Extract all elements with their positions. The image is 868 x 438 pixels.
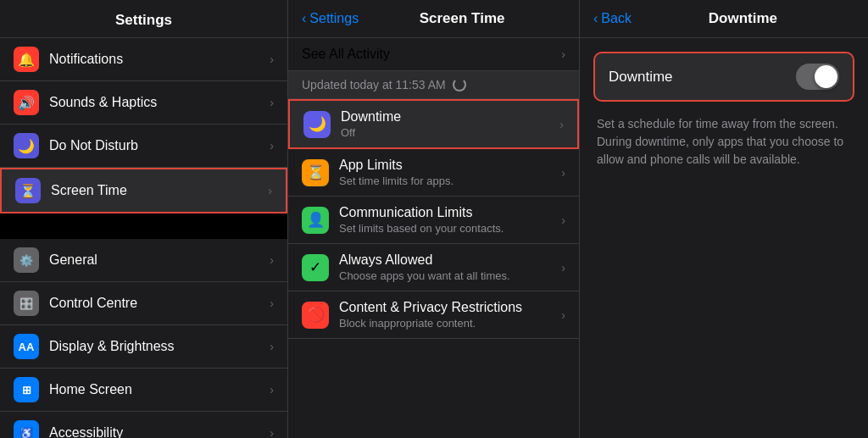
displaybrightness-chevron-icon: › — [270, 340, 274, 353]
controlcentre-icon: 🎛️ — [14, 291, 39, 316]
communicationlimits-chevron-icon: › — [561, 213, 565, 227]
communicationlimits-subtitle: Set limits based on your contacts. — [339, 222, 561, 235]
downtime-toggle-row: Downtime — [593, 52, 854, 102]
applimits-title: App Limits — [339, 158, 561, 173]
alwaysallowed-icon: ✓ — [302, 254, 329, 281]
communicationlimits-content: Communication Limits Set limits based on… — [339, 205, 561, 235]
notifications-icon: 🔔 — [14, 47, 39, 72]
screentime-panel: ‹ Settings Screen Time See All Activity … — [288, 0, 580, 438]
alwaysallowed-title: Always Allowed — [339, 252, 561, 268]
screentime-chevron-icon: › — [268, 184, 272, 197]
sounds-label: Sounds & Haptics — [49, 95, 270, 110]
displaybrightness-label: Display & Brightness — [49, 339, 270, 354]
settings-item-displaybrightness[interactable]: AA Display & Brightness › — [0, 325, 287, 369]
settings-item-general[interactable]: ⚙️ General › — [0, 239, 287, 282]
screentime-items-list: 🌙 Downtime Off › ⏳ App Limits Set time l… — [288, 99, 579, 339]
chevron-left-icon: ‹ — [593, 11, 598, 26]
settings-item-screentime[interactable]: ⏳ Screen Time › — [0, 168, 287, 213]
contentprivacy-title: Content & Privacy Restrictions — [339, 300, 561, 315]
st-item-contentprivacy[interactable]: 🚫 Content & Privacy Restrictions Block i… — [288, 291, 579, 339]
applimits-chevron-icon: › — [561, 166, 565, 180]
screentime-icon: ⏳ — [15, 178, 41, 203]
see-all-activity-row[interactable]: See All Activity › — [288, 38, 579, 71]
settings-divider — [0, 213, 287, 239]
settings-item-homescreen[interactable]: ⊞ Home Screen › — [0, 369, 287, 412]
settings-item-donotdisturb[interactable]: 🌙 Do Not Disturb › — [0, 125, 287, 168]
general-chevron-icon: › — [270, 253, 274, 267]
settings-item-sounds[interactable]: 🔊 Sounds & Haptics › — [0, 81, 287, 125]
contentprivacy-subtitle: Block inappropriate content. — [339, 317, 561, 330]
downtime-content: Downtime Off — [341, 109, 559, 139]
chevron-left-icon: ‹ — [302, 11, 306, 26]
homescreen-label: Home Screen — [49, 382, 270, 397]
st-item-communicationlimits[interactable]: 👤 Communication Limits Set limits based … — [288, 197, 579, 244]
accessibility-icon: ♿ — [14, 420, 39, 438]
downtime-icon: 🌙 — [303, 111, 331, 138]
general-label: General — [49, 252, 270, 268]
contentprivacy-icon: 🚫 — [302, 302, 329, 329]
downtime-content: Downtime Set a schedule for time away fr… — [580, 38, 868, 182]
screentime-title: Screen Time — [359, 10, 565, 27]
donotdisturb-chevron-icon: › — [270, 139, 274, 152]
downtime-subtitle: Off — [341, 126, 559, 139]
screentime-header: ‹ Settings Screen Time — [288, 0, 579, 38]
st-item-applimits[interactable]: ⏳ App Limits Set time limits for apps. › — [288, 149, 579, 197]
screentime-back-label: Settings — [309, 11, 359, 26]
displaybrightness-icon: AA — [14, 334, 39, 359]
updated-bar: Updated today at 11:53 AM — [288, 71, 579, 99]
downtime-back-button[interactable]: ‹ Back — [593, 11, 632, 26]
downtime-chevron-icon: › — [559, 118, 564, 131]
see-all-chevron-icon: › — [561, 47, 565, 61]
donotdisturb-icon: 🌙 — [14, 133, 39, 158]
downtime-toggle-label: Downtime — [609, 69, 673, 86]
downtime-title: Downtime — [341, 109, 559, 125]
settings-item-notifications[interactable]: 🔔 Notifications › — [0, 38, 287, 81]
settings-list: 🔔 Notifications › 🔊 Sounds & Haptics › 🌙… — [0, 38, 287, 438]
screentime-label: Screen Time — [51, 183, 268, 198]
downtime-title: Downtime — [632, 10, 854, 27]
communicationlimits-title: Communication Limits — [339, 205, 561, 220]
sounds-icon: 🔊 — [14, 90, 39, 115]
general-icon: ⚙️ — [14, 247, 39, 273]
updated-text: Updated today at 11:53 AM — [302, 78, 446, 91]
notifications-chevron-icon: › — [270, 53, 274, 66]
sounds-chevron-icon: › — [270, 96, 274, 109]
applimits-icon: ⏳ — [302, 159, 329, 186]
controlcentre-label: Control Centre — [49, 296, 270, 311]
screentime-back-button[interactable]: ‹ Settings — [302, 11, 359, 26]
downtime-toggle-switch[interactable] — [796, 64, 839, 90]
contentprivacy-chevron-icon: › — [561, 308, 565, 322]
alwaysallowed-subtitle: Choose apps you want at all times. — [339, 269, 561, 282]
homescreen-chevron-icon: › — [270, 383, 274, 396]
st-item-downtime[interactable]: 🌙 Downtime Off › — [288, 99, 579, 149]
accessibility-chevron-icon: › — [270, 426, 274, 438]
homescreen-icon: ⊞ — [14, 377, 39, 402]
alwaysallowed-chevron-icon: › — [561, 261, 565, 274]
contentprivacy-content: Content & Privacy Restrictions Block ina… — [339, 300, 561, 330]
downtime-header: ‹ Back Downtime — [580, 0, 868, 38]
donotdisturb-label: Do Not Disturb — [49, 138, 270, 153]
applimits-content: App Limits Set time limits for apps. — [339, 158, 561, 187]
settings-item-controlcentre[interactable]: 🎛️ Control Centre › — [0, 282, 287, 325]
controlcentre-chevron-icon: › — [270, 297, 274, 310]
accessibility-label: Accessibility — [49, 425, 270, 438]
settings-item-accessibility[interactable]: ♿ Accessibility › — [0, 412, 287, 438]
communicationlimits-icon: 👤 — [302, 207, 329, 234]
loading-spinner — [453, 78, 466, 91]
see-all-activity-label: See All Activity — [302, 47, 390, 62]
notifications-label: Notifications — [49, 52, 270, 67]
toggle-knob — [815, 65, 837, 88]
settings-header: Settings — [0, 0, 287, 38]
alwaysallowed-content: Always Allowed Choose apps you want at a… — [339, 252, 561, 282]
applimits-subtitle: Set time limits for apps. — [339, 175, 561, 187]
downtime-panel: ‹ Back Downtime Downtime Set a schedule … — [580, 0, 868, 438]
st-item-alwaysallowed[interactable]: ✓ Always Allowed Choose apps you want at… — [288, 244, 579, 291]
downtime-back-label: Back — [601, 11, 632, 26]
settings-panel: Settings 🔔 Notifications › 🔊 Sounds & Ha… — [0, 0, 288, 438]
downtime-description: Set a schedule for time away from the sc… — [593, 115, 854, 169]
